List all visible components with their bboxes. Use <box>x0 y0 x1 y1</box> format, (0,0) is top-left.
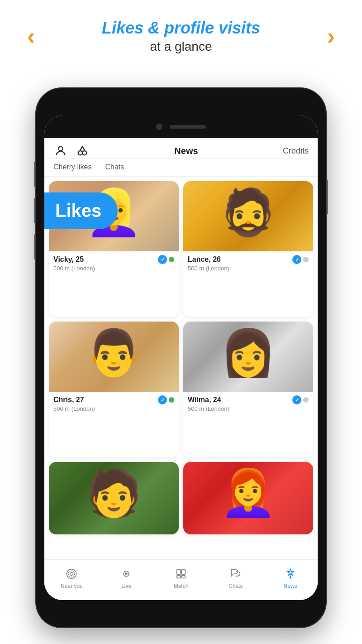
header-title: Likes & profile visits <box>102 18 260 38</box>
badge-check-vicky <box>158 255 167 264</box>
near-you-label: Near you <box>61 583 83 589</box>
bottom-nav-near-you[interactable]: Near you <box>44 567 99 589</box>
bottom-nav: Near you Live <box>44 559 318 600</box>
profile-location-wilma: 500 m (London) <box>188 405 309 412</box>
profile-info-wilma: Wilma, 24 500 m (London) <box>183 392 313 417</box>
profile-card-lance[interactable]: Lance, 26 500 m (London) <box>183 181 313 317</box>
profile-info-chris: Chris, 27 500 m (London) <box>49 392 179 417</box>
badge-online-chris <box>169 397 174 403</box>
profile-card-p5[interactable] <box>49 462 179 534</box>
profile-location-lance: 500 m (London) <box>188 265 309 272</box>
svg-point-0 <box>58 147 62 151</box>
phone-screen: News Credits Cherry likes Chats Likes <box>44 115 318 600</box>
profile-name-wilma: Wilma, 24 <box>188 396 221 404</box>
header-text: Likes & profile visits at a glance <box>102 18 260 54</box>
photo-wilma <box>183 322 313 392</box>
photo-lance <box>183 181 313 251</box>
likes-bubble: Likes <box>44 192 118 229</box>
app-content: News Credits Cherry likes Chats Likes <box>44 138 318 600</box>
nav-title: News <box>90 146 283 156</box>
badge-check-lance <box>292 255 301 264</box>
prev-arrow[interactable]: ‹ <box>27 23 35 50</box>
live-label: Live <box>121 583 131 589</box>
near-you-icon <box>64 567 79 581</box>
header-subtitle: at a glance <box>102 39 260 54</box>
news-icon <box>283 567 298 581</box>
profile-badges-lance <box>292 255 309 264</box>
next-arrow[interactable]: › <box>327 23 335 50</box>
chats-label: Chats <box>229 583 243 589</box>
svg-point-5 <box>68 571 75 577</box>
profiles-grid: Vicky, 25 500 m (London) <box>44 177 318 580</box>
phone-notch <box>44 115 318 138</box>
photo-p6 <box>183 462 313 534</box>
badge-online-vicky <box>169 257 174 262</box>
likes-label: Likes <box>55 201 101 221</box>
profile-name-row: Vicky, 25 <box>53 255 174 264</box>
top-nav: News Credits <box>44 138 318 159</box>
speaker <box>170 125 206 129</box>
profile-info-lance: Lance, 26 500 m (London) <box>183 251 313 276</box>
news-label: News <box>284 583 297 589</box>
header: ‹ Likes & profile visits at a glance › <box>0 0 362 67</box>
profile-badges-chris <box>158 395 174 404</box>
svg-point-2 <box>82 151 86 155</box>
badge-check-wilma <box>292 395 301 404</box>
svg-rect-10 <box>177 575 181 578</box>
profile-location-chris: 500 m (London) <box>53 405 174 412</box>
profile-card-wilma[interactable]: Wilma, 24 500 m (London) <box>183 322 313 457</box>
match-label: Match <box>174 583 189 589</box>
photo-p5 <box>49 462 179 534</box>
chats-icon <box>229 567 243 581</box>
bottom-nav-chats[interactable]: Chats <box>208 567 263 589</box>
photo-chris <box>49 322 179 392</box>
cherry-icon[interactable] <box>75 144 90 158</box>
sub-nav: Cherry likes Chats <box>44 159 318 177</box>
nav-icons <box>53 144 90 158</box>
badge-offline-wilma <box>303 397 309 403</box>
profile-name-row-wilma: Wilma, 24 <box>188 395 309 404</box>
profile-name-row-chris: Chris, 27 <box>53 395 174 404</box>
profile-name-vicky: Vicky, 25 <box>53 255 84 264</box>
bottom-nav-match[interactable]: Match <box>154 567 209 589</box>
profile-icon[interactable] <box>53 144 68 158</box>
profile-card-chris[interactable]: Chris, 27 500 m (London) <box>49 322 179 457</box>
sub-nav-chats[interactable]: Chats <box>105 159 124 176</box>
sub-nav-cherry-likes[interactable]: Cherry likes <box>53 159 91 176</box>
badge-check-chris <box>158 395 167 404</box>
profile-name-lance: Lance, 26 <box>188 255 221 264</box>
svg-rect-11 <box>181 575 185 578</box>
profile-badges-wilma <box>292 395 309 404</box>
svg-rect-8 <box>177 569 181 574</box>
nav-credits[interactable]: Credits <box>283 146 309 156</box>
profile-card-p6[interactable] <box>183 462 313 534</box>
bottom-nav-news[interactable]: News <box>263 567 318 589</box>
svg-point-1 <box>78 151 82 155</box>
profile-badges-vicky <box>158 255 174 264</box>
match-icon <box>174 567 188 581</box>
profile-location-vicky: 500 m (London) <box>53 265 174 272</box>
bottom-nav-live[interactable]: Live <box>99 567 154 589</box>
badge-offline-lance <box>303 257 309 262</box>
camera <box>156 124 162 130</box>
svg-rect-9 <box>181 569 185 574</box>
phone-frame: News Credits Cherry likes Chats Likes <box>36 88 326 627</box>
profile-name-chris: Chris, 27 <box>53 396 84 404</box>
svg-point-4 <box>70 572 73 575</box>
profile-name-row-lance: Lance, 26 <box>188 255 309 264</box>
live-icon <box>119 567 133 581</box>
profile-info-vicky: Vicky, 25 500 m (London) <box>49 251 179 276</box>
svg-marker-7 <box>125 572 129 575</box>
